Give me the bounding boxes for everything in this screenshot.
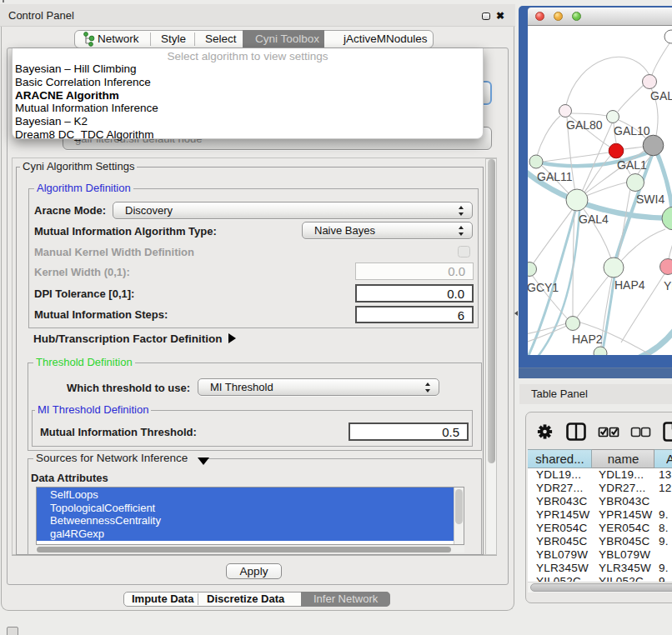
svg-text:HAP4: HAP4 xyxy=(614,278,645,292)
svg-text:GAL10: GAL10 xyxy=(614,124,650,138)
svg-text:GAL80: GAL80 xyxy=(566,118,603,132)
svg-text:GAL11: GAL11 xyxy=(537,170,573,183)
svg-text:SWI4: SWI4 xyxy=(636,192,664,206)
svg-text:HAP2: HAP2 xyxy=(572,332,603,346)
svg-text:YD: YD xyxy=(664,279,672,292)
svg-text:GAL8: GAL8 xyxy=(650,89,672,102)
svg-text:GAL4: GAL4 xyxy=(579,212,609,226)
svg-text:GAL1: GAL1 xyxy=(617,158,647,172)
svg-text:GCY1: GCY1 xyxy=(528,281,559,294)
